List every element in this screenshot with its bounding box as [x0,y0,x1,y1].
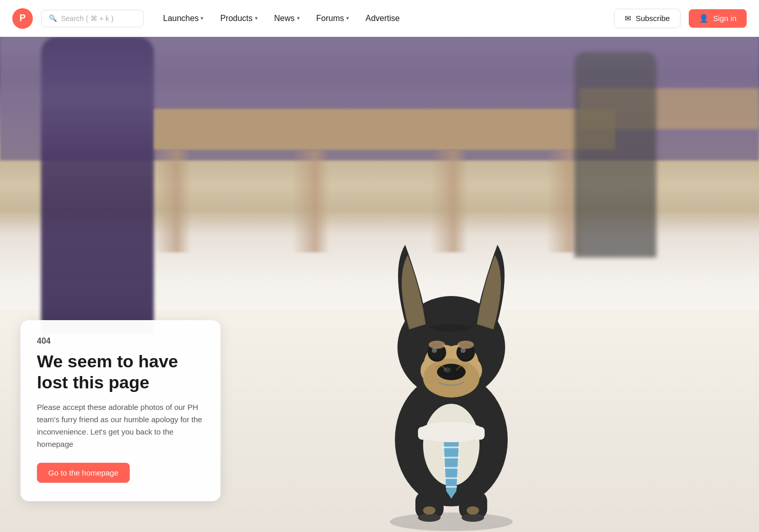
svg-point-0 [390,513,513,531]
svg-point-31 [423,506,435,515]
bg-person-left [41,37,154,334]
search-placeholder: Search ( ⌘ + k ) [61,14,113,23]
svg-point-32 [467,506,479,515]
nav-item-advertise[interactable]: Advertise [358,10,407,27]
nav-item-news[interactable]: News ▾ [267,10,307,27]
nav-item-products[interactable]: Products ▾ [213,10,265,27]
chevron-down-icon: ▾ [297,15,300,22]
bg-person-right [574,52,656,258]
nav-links: Launches ▾ Products ▾ News ▾ Forums ▾ Ad… [156,10,407,27]
error-code: 404 [37,337,204,346]
search-box[interactable]: 🔍 Search ( ⌘ + k ) [41,10,144,27]
error-description: Please accept these adorable photos of o… [37,401,204,450]
logo[interactable]: P [12,8,33,29]
nav-item-launches[interactable]: Launches ▾ [156,10,211,27]
svg-point-26 [457,341,474,349]
user-icon: 👤 [699,14,709,23]
chevron-down-icon: ▾ [201,15,204,22]
navigation: P 🔍 Search ( ⌘ + k ) Launches ▾ Products… [0,0,759,37]
chevron-down-icon: ▾ [255,15,258,22]
error-title: We seem to have lost this page [37,351,204,393]
svg-point-29 [418,514,441,522]
nav-item-forums[interactable]: Forums ▾ [309,10,356,27]
error-card: 404 We seem to have lost this page Pleas… [21,320,221,501]
subscribe-button[interactable]: ✉ Subscribe [614,9,681,28]
chevron-down-icon: ▾ [346,15,349,22]
signin-button[interactable]: 👤 Sign in [689,9,747,28]
search-icon: 🔍 [49,14,57,22]
hero-section: 404 We seem to have lost this page Pleas… [0,37,759,532]
svg-rect-11 [418,427,485,440]
svg-point-25 [429,341,445,349]
subscribe-icon: ✉ [625,14,631,23]
dog-image [349,142,554,532]
go-to-homepage-button[interactable]: Go to the homepage [37,463,130,483]
svg-point-30 [462,514,484,522]
